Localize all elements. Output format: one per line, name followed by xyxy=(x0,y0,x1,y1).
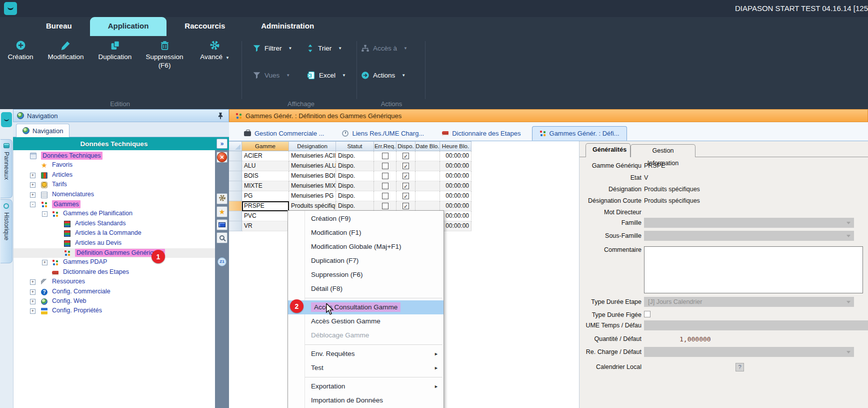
row-selector[interactable] xyxy=(229,151,242,161)
dock-tab-panneaux[interactable]: Panneaux xyxy=(0,139,12,198)
checkbox-unchecked-icon[interactable] xyxy=(382,193,388,199)
actions-button[interactable]: Actions▼ xyxy=(361,71,406,80)
menu-item-acc-s-gestion-gamme[interactable]: Accès Gestion Gamme xyxy=(288,314,444,328)
cell-gamme[interactable]: ACIER xyxy=(242,151,289,161)
row-selector[interactable] xyxy=(229,201,242,211)
tree-item-articles[interactable]: +Articles xyxy=(14,171,216,180)
checkbox-unchecked-icon[interactable] xyxy=(382,173,388,179)
cell-date-blo[interactable] xyxy=(416,151,440,161)
cell-date-blo[interactable] xyxy=(416,191,440,201)
checkbox-checked-icon[interactable]: ✓ xyxy=(402,183,409,189)
table-corner-cell[interactable] xyxy=(229,141,242,151)
document-tab-dictionnaire-des-etapes[interactable]: Dictionnaire des Etapes xyxy=(435,127,528,140)
cell-statut[interactable]: Dispo. xyxy=(336,181,374,191)
document-tab-gestion-commerciale[interactable]: Gestion Commerciale ... xyxy=(237,127,331,140)
tree-item-ressources[interactable]: +Ressources xyxy=(14,277,216,287)
trier-button[interactable]: Trier▼ xyxy=(306,44,342,53)
tree-item-favoris[interactable]: ★Favoris xyxy=(14,161,216,170)
cell-designation[interactable]: Menuiseries ALU xyxy=(289,161,336,171)
tree-item-articles-standards[interactable]: Articles Standards xyxy=(14,219,216,229)
cell-heure-blo[interactable]: 00:00:00 xyxy=(440,211,472,221)
detail-tab-gestion-information[interactable]: Gestion Information xyxy=(630,144,696,157)
cell-statut[interactable]: Dispo. xyxy=(336,201,374,211)
cell-gamme[interactable]: PVC xyxy=(242,211,289,221)
cancel-button[interactable]: ✕ xyxy=(216,152,228,163)
cell-designation[interactable]: Menuiseries PG xyxy=(289,191,336,201)
document-tab-gammes-g-n-r-d-fi[interactable]: Gammes Génér. : Défi... xyxy=(532,126,627,141)
cr-ation-button[interactable]: Création xyxy=(3,40,38,61)
menu-item-duplication-f7[interactable]: Duplication (F7) xyxy=(288,254,444,268)
cell-err-req[interactable] xyxy=(374,191,396,201)
tab-navigation[interactable]: Navigation xyxy=(16,124,70,137)
checkbox-checked-icon[interactable]: ✓ xyxy=(402,203,409,209)
cell-heure-blo[interactable]: 00:00:00 xyxy=(440,161,472,171)
column-header-err-req[interactable]: Err.Req. xyxy=(374,141,396,151)
app-logo-icon[interactable] xyxy=(4,2,17,15)
column-header-gamme-g-n-rique[interactable]: Gamme Générique xyxy=(242,141,289,151)
tree-item-dictionnaire-des-etapes[interactable]: Dictionnaire des Etapes xyxy=(14,268,216,277)
checkbox-unchecked-icon[interactable] xyxy=(382,163,388,169)
filtrer-button[interactable]: Filtrer▼ xyxy=(252,44,292,53)
expand-plus-icon[interactable]: + xyxy=(30,299,36,304)
checkbox-checked-icon[interactable]: ✓ xyxy=(402,153,409,159)
cell-heure-blo[interactable]: 00:00:00 xyxy=(440,191,472,201)
field-textarea-commentaire[interactable] xyxy=(644,246,863,293)
menu-item-acc-s-consultation-gamme[interactable]: Accès Consultation Gamme xyxy=(288,300,444,314)
checkbox-checked-icon[interactable]: ✓ xyxy=(402,163,409,169)
ribbon-tab-application[interactable]: Application xyxy=(90,17,167,36)
expand-plus-icon[interactable]: + xyxy=(30,279,36,285)
ribbon-tab-bureau[interactable]: Bureau xyxy=(28,17,90,36)
cell-date-blo[interactable] xyxy=(416,181,440,191)
cell-date-blo[interactable] xyxy=(416,161,440,171)
avanc-button[interactable]: Avancé▼ xyxy=(191,40,238,62)
ribbon-tab-administration[interactable]: Administration xyxy=(243,17,332,36)
cell-statut[interactable]: Dispo. xyxy=(336,161,374,171)
menu-item-d-tail-f8[interactable]: Détail (F8) xyxy=(288,282,444,296)
field-select-famille[interactable] xyxy=(644,218,854,228)
cell-dispo[interactable]: ✓ xyxy=(396,171,416,181)
column-header-dispo[interactable]: Dispo. xyxy=(396,141,416,151)
column-header-statut-requ-te[interactable]: Statut Requête xyxy=(336,141,374,151)
document-tab-liens-res-ume-charg[interactable]: Liens Res./UME Charg... xyxy=(335,127,431,140)
cell-gamme[interactable]: VR xyxy=(242,221,289,231)
tree-item-nomenclatures[interactable]: +Nomenclatures xyxy=(14,190,216,200)
cell-statut[interactable]: Dispo. xyxy=(336,151,374,161)
menu-item-suppression-f6[interactable]: Suppression (F6) xyxy=(288,268,444,282)
tree-item-articles-la-commande[interactable]: Articles à la Commande xyxy=(14,229,216,238)
expand-plus-icon[interactable]: + xyxy=(30,289,36,295)
collapse-minus-icon[interactable]: - xyxy=(42,211,48,217)
expand-plus-icon[interactable]: + xyxy=(30,173,36,178)
menu-item-test[interactable]: Test► xyxy=(288,361,444,375)
menu-item-modification-f1[interactable]: Modification (F1) xyxy=(288,226,444,240)
cell-gamme[interactable]: PG xyxy=(242,191,289,201)
checkbox-unchecked-icon[interactable] xyxy=(382,203,388,209)
tree-item-gammes[interactable]: -Gammes xyxy=(14,200,216,209)
row-selector[interactable] xyxy=(229,181,242,191)
cell-heure-blo[interactable]: 00:00:00 xyxy=(440,151,472,161)
cell-heure-blo[interactable]: 00:00:00 xyxy=(440,181,472,191)
cell-gamme[interactable]: PRSPE xyxy=(242,201,289,211)
modification-button[interactable]: Modification xyxy=(42,40,90,61)
cell-gamme[interactable]: ALU xyxy=(242,161,289,171)
column-header-heure-blo[interactable]: Heure Blo. xyxy=(440,141,472,151)
dock-collapse-button[interactable] xyxy=(1,112,12,127)
z1-button[interactable]: Z1 xyxy=(216,256,228,267)
cell-dispo[interactable]: ✓ xyxy=(396,201,416,211)
cell-err-req[interactable] xyxy=(374,161,396,171)
tree-item-config-web[interactable]: +Config. Web xyxy=(14,297,216,306)
cell-err-req[interactable] xyxy=(374,151,396,161)
expand-plus-icon[interactable]: + xyxy=(30,182,36,188)
cell-err-req[interactable] xyxy=(374,181,396,191)
menu-item-cr-ation-f9[interactable]: Création (F9) xyxy=(288,212,444,226)
menu-item-env-requ-tes[interactable]: Env. Requêtes► xyxy=(288,347,444,361)
field-checkbox-type-dur-e-fig-e[interactable] xyxy=(644,311,650,317)
row-selector[interactable] xyxy=(229,161,242,171)
field-input-ume-temps-d-fau[interactable] xyxy=(644,320,868,330)
expand-plus-icon[interactable]: + xyxy=(30,192,36,198)
suppression-button[interactable]: Suppression(F6) xyxy=(140,40,190,70)
cell-designation[interactable]: Menuiseries MIXTE xyxy=(289,181,336,191)
parameters-button[interactable] xyxy=(216,193,228,204)
expand-plus-icon[interactable]: + xyxy=(42,260,48,265)
row-selector[interactable] xyxy=(229,211,242,221)
field-select-re-charge-d-faut[interactable] xyxy=(644,347,854,357)
